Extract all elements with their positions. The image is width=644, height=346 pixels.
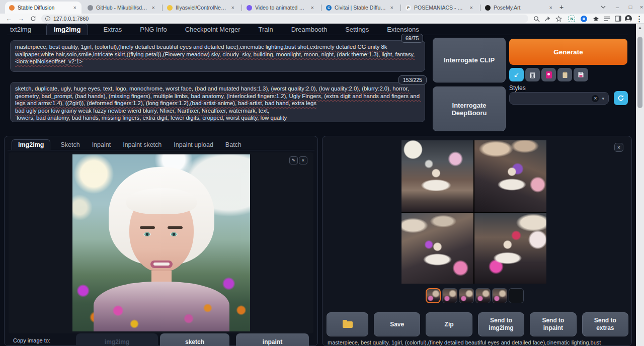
styles-dropdown[interactable]: × ▾ bbox=[509, 92, 609, 105]
extension-n-icon[interactable]: N bbox=[568, 15, 576, 23]
subtab-batch[interactable]: Batch bbox=[223, 140, 244, 150]
reload-icon[interactable] bbox=[29, 15, 37, 23]
tab-close-icon[interactable]: × bbox=[310, 5, 315, 11]
tab-close-icon[interactable]: × bbox=[389, 5, 394, 11]
page-scrollbar[interactable] bbox=[636, 24, 644, 346]
paste-params-button[interactable]: ↙ bbox=[509, 68, 524, 81]
browser-tab-civitai[interactable]: C Civitai | Stable Diffusion models × bbox=[322, 2, 398, 14]
side-panel-icon[interactable] bbox=[614, 15, 622, 23]
tab-checkpoint-merger[interactable]: Checkpoint Merger bbox=[182, 24, 244, 35]
window-minimize-button[interactable]: – bbox=[611, 0, 624, 14]
tab-close-icon[interactable]: × bbox=[72, 5, 77, 11]
gallery-thumbnails bbox=[426, 288, 524, 303]
interrogate-clip-button[interactable]: Interrogate CLIP bbox=[433, 38, 506, 82]
tab-txt2img[interactable]: txt2img bbox=[7, 24, 34, 35]
tab-png-info[interactable]: PNG Info bbox=[137, 24, 170, 35]
send-to-inpaint-button[interactable]: Send to inpaint bbox=[530, 312, 576, 336]
reading-list-icon[interactable] bbox=[603, 15, 611, 23]
browser-tab-posemaniacs[interactable]: P POSEMANIACS - Royalty free 3 × bbox=[401, 2, 478, 14]
new-tab-button[interactable]: + bbox=[556, 3, 567, 13]
tab-close-icon[interactable]: × bbox=[230, 5, 235, 11]
clear-selection-icon[interactable]: × bbox=[592, 95, 599, 102]
tab-extras[interactable]: Extras bbox=[100, 24, 125, 35]
browser-tab-github[interactable]: GitHub - Mikubill/sd-webui-con × bbox=[84, 2, 160, 14]
pencil-icon: ✎ bbox=[292, 158, 296, 163]
thumbnail-4[interactable] bbox=[475, 288, 491, 303]
tab-separator bbox=[321, 5, 321, 11]
back-icon[interactable]: ← bbox=[5, 15, 13, 23]
chevron-down-icon[interactable]: ▾ bbox=[602, 96, 604, 101]
apply-style-button[interactable] bbox=[557, 68, 572, 81]
browser-tab-stable-diffusion[interactable]: Stable Diffusion × bbox=[5, 2, 82, 14]
favicon bbox=[485, 5, 491, 11]
forward-icon[interactable]: → bbox=[17, 15, 25, 23]
tab-dreambooth[interactable]: Dreambooth bbox=[288, 24, 331, 35]
browser-menu-icon[interactable]: ⋮ bbox=[635, 15, 643, 23]
portrait-brow bbox=[168, 226, 183, 229]
zip-button[interactable]: Zip bbox=[426, 312, 472, 336]
tab-close-icon[interactable]: × bbox=[548, 5, 553, 11]
output-image-grid[interactable] bbox=[401, 140, 546, 284]
gallery-close-button[interactable]: × bbox=[614, 143, 623, 152]
thumbnail-5[interactable] bbox=[492, 288, 507, 303]
source-image-canvas[interactable]: ✎ × bbox=[9, 152, 313, 333]
favicon bbox=[88, 5, 93, 11]
send-to-img2img-button[interactable]: Send to img2img bbox=[478, 312, 524, 336]
refresh-styles-button[interactable] bbox=[614, 91, 628, 105]
tab-train[interactable]: Train bbox=[256, 24, 276, 35]
site-info-icon[interactable]: i bbox=[45, 16, 50, 21]
extension-blue-icon[interactable] bbox=[580, 15, 588, 23]
tab-extensions[interactable]: Extensions bbox=[384, 24, 422, 35]
thumbnail-6[interactable] bbox=[509, 288, 524, 303]
profile-avatar[interactable] bbox=[624, 15, 632, 23]
scrollbar-thumb[interactable] bbox=[637, 37, 642, 108]
interrogate-deepbooru-button[interactable]: Interrogate DeepBooru bbox=[433, 86, 506, 131]
copy-to-sketch-button[interactable]: sketch bbox=[160, 333, 229, 346]
tab-close-icon[interactable]: × bbox=[469, 5, 474, 11]
window-close-button[interactable]: × bbox=[635, 0, 644, 14]
output-image-4[interactable] bbox=[474, 213, 546, 284]
subtab-inpaint-upload[interactable]: Inpaint upload bbox=[172, 140, 215, 150]
browser-tab-controlnet[interactable]: Illyasviel/ControlNet at main × bbox=[163, 2, 239, 14]
zoom-icon[interactable] bbox=[532, 15, 541, 23]
subtab-img2img[interactable]: img2img bbox=[12, 139, 50, 150]
bookmark-star-icon[interactable] bbox=[554, 15, 563, 23]
subtab-inpaint[interactable]: Inpaint bbox=[90, 140, 113, 150]
share-icon[interactable] bbox=[543, 15, 552, 23]
thumbnail-2[interactable] bbox=[442, 288, 457, 303]
subtab-inpaint-sketch[interactable]: Inpaint sketch bbox=[121, 140, 164, 150]
negative-prompt-input[interactable]: sketch, duplicate, ugly, huge eyes, text… bbox=[10, 82, 425, 122]
thumbnail-1-selected[interactable] bbox=[426, 288, 441, 303]
generate-button[interactable]: Generate bbox=[509, 39, 627, 65]
open-folder-button[interactable] bbox=[327, 312, 368, 336]
extension-pin-icon[interactable] bbox=[592, 15, 600, 23]
save-button[interactable]: Save bbox=[374, 312, 420, 336]
extra-networks-button[interactable] bbox=[541, 68, 556, 81]
extra-networks-icon bbox=[546, 71, 552, 78]
tab-close-icon[interactable]: × bbox=[151, 5, 156, 11]
prompt-input[interactable]: masterpiece, best quality, 1girl, (color… bbox=[10, 40, 425, 72]
tab-img2img[interactable]: img2img bbox=[46, 24, 88, 35]
image-toolbar: ✎ × bbox=[289, 156, 307, 164]
gallery-actions: Save Zip Send to img2img Send to inpaint… bbox=[327, 312, 628, 336]
remove-image-button[interactable]: × bbox=[299, 156, 307, 164]
tab-settings[interactable]: Settings bbox=[342, 24, 372, 35]
send-to-extras-button[interactable]: Send to extras bbox=[582, 312, 628, 336]
clear-prompt-button[interactable] bbox=[525, 68, 540, 81]
edit-image-button[interactable]: ✎ bbox=[289, 156, 298, 164]
copy-to-inpaint-button[interactable]: inpaint bbox=[236, 333, 309, 346]
source-image[interactable] bbox=[72, 154, 250, 331]
url-bar[interactable]: i 127.0.0.1:7860 bbox=[41, 15, 528, 23]
output-image-2[interactable] bbox=[474, 140, 546, 212]
subtab-sketch[interactable]: Sketch bbox=[58, 140, 82, 150]
generation-info-text: masterpiece, best quality, 1girl, (color… bbox=[328, 339, 627, 346]
browser-tab-gif-converter[interactable]: Video to animated GIF converter × bbox=[243, 2, 319, 14]
tab-search-chevron-icon[interactable] bbox=[597, 0, 610, 14]
save-style-button[interactable] bbox=[574, 68, 588, 81]
output-image-3[interactable] bbox=[401, 213, 473, 284]
browser-tab-posemyart[interactable]: PoseMy.Art × bbox=[481, 2, 557, 14]
scrollbar-up-arrow[interactable] bbox=[638, 27, 641, 29]
portrait-teeth bbox=[153, 263, 170, 266]
output-image-1[interactable] bbox=[401, 140, 473, 212]
thumbnail-3[interactable] bbox=[459, 288, 474, 303]
